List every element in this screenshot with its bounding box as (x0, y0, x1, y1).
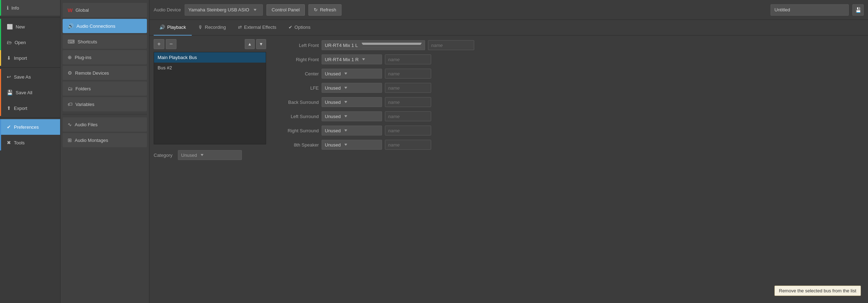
sidebar-item-label: Preferences (14, 124, 39, 130)
routing-dropdown-arrow-icon (344, 101, 347, 103)
refresh-icon: ↻ (314, 7, 318, 12)
routing-select-left-front[interactable]: UR-RT4 Mix 1 L (322, 40, 425, 50)
tab-external-effects[interactable]: ⇄ External Effects (232, 20, 282, 36)
routing-label-center: Center (276, 71, 319, 76)
bus-list-item[interactable]: Bus #2 (154, 63, 266, 73)
sidebar-item-preferences[interactable]: ✔ Preferences (0, 119, 60, 135)
panel-item-label: Plug-ins (75, 55, 91, 60)
routing-label-lfe: LFE (276, 85, 319, 91)
control-panel-label: Control Panel (272, 7, 300, 12)
routing-name-input-right-surround[interactable] (385, 126, 431, 135)
panel-item-global[interactable]: W Global (63, 3, 147, 17)
shortcuts-icon: ⌨ (68, 39, 75, 44)
panel-item-plugins[interactable]: ⊕ Plug-ins (63, 50, 147, 64)
routing-select-left-surround[interactable]: Unused (322, 111, 382, 121)
routing-dropdown-arrow-icon (344, 115, 347, 117)
panel-item-audio-connections[interactable]: 🔊 Audio Connections (63, 19, 147, 33)
routing-name-input-left-front[interactable] (428, 40, 474, 50)
tab-playback[interactable]: 🔊 Playback (154, 20, 192, 36)
routing-device-value: UR-RT4 Mix 1 R (325, 57, 359, 62)
bus-toolbar: + − ▲ ▼ (154, 39, 266, 49)
audio-device-value: Yamaha Steinberg USB ASIO (189, 7, 249, 12)
category-select[interactable]: Unused (178, 150, 242, 160)
sidebar-item-info[interactable]: ℹ Info (0, 0, 60, 16)
routing-row-8th-speaker: 8th Speaker Unused (276, 139, 862, 151)
panel-item-label: Folders (75, 86, 91, 91)
panel-item-remote-devices[interactable]: ⚙ Remote Devices (63, 66, 147, 80)
routing-dropdown-arrow-icon (344, 129, 347, 132)
tab-label: Recording (205, 25, 226, 30)
routing-device-value: Unused (325, 71, 341, 76)
sidebar-item-label: Tools (14, 140, 25, 145)
routing-select-back-surround[interactable]: Unused (322, 97, 382, 107)
tabs-bar: 🔊 Playback 🎙 Recording ⇄ External Effect… (149, 20, 868, 36)
routing-device-value: Unused (325, 128, 341, 133)
tab-label: Playback (167, 25, 186, 30)
refresh-button[interactable]: ↻ Refresh (308, 4, 342, 16)
move-down-button[interactable]: ▼ (256, 39, 266, 49)
routing-label-right-front: Right Front (276, 57, 319, 62)
routing-row-left-front: Left Front UR-RT4 Mix 1 L (276, 39, 862, 51)
sidebar-item-save-as[interactable]: ↩ Save As (0, 69, 60, 85)
category-dropdown-arrow-icon (201, 154, 203, 156)
sidebar-item-import[interactable]: ⬇ Import (0, 50, 60, 66)
options-tab-icon: ✔ (289, 25, 292, 30)
panel-item-audio-montages[interactable]: ⊞ Audio Montages (63, 133, 147, 147)
routing-device-value: Unused (325, 100, 341, 105)
routing-name-input-right-front[interactable] (385, 54, 431, 64)
info-icon: ℹ (7, 5, 9, 11)
panel-item-audio-files[interactable]: ∿ Audio Files (63, 117, 147, 132)
title-input[interactable] (771, 4, 849, 16)
routing-label-left-surround: Left Surround (276, 114, 319, 119)
sidebar-item-label: Import (14, 55, 27, 61)
variables-icon: 🏷 (68, 101, 73, 107)
remove-bus-button[interactable]: − (166, 39, 176, 49)
sidebar-item-label: Info (11, 5, 19, 11)
routing-name-input-8th-speaker[interactable] (385, 140, 431, 150)
playback-tab-icon: 🔊 (159, 25, 165, 30)
save-icon-button[interactable]: 💾 (852, 4, 864, 16)
routing-name-input-back-surround[interactable] (385, 97, 431, 107)
routing-select-8th-speaker[interactable]: Unused (322, 140, 382, 150)
routing-name-input-lfe[interactable] (385, 83, 431, 93)
routing-dropdown-arrow-icon (344, 144, 347, 146)
move-up-button[interactable]: ▲ (245, 39, 255, 49)
panel-item-variables[interactable]: 🏷 Variables (63, 97, 147, 111)
sidebar-item-label: Save All (16, 90, 32, 95)
sidebar-item-new[interactable]: ⬜ New (0, 19, 60, 34)
bus-list-item[interactable]: Main Playback Bus (154, 52, 266, 63)
routing-device-value: Unused (325, 85, 341, 91)
routing-select-lfe[interactable]: Unused (322, 83, 382, 93)
bus-list[interactable]: Main Playback Bus Bus #2 (154, 52, 266, 144)
routing-dropdown-arrow-icon (361, 43, 422, 48)
routing-dropdown-arrow-icon (344, 73, 347, 75)
dropdown-arrow-icon (254, 9, 256, 11)
sidebar-item-tools[interactable]: ✖ Tools (0, 135, 60, 150)
tab-options[interactable]: ✔ Options (283, 20, 316, 36)
panel-item-shortcuts[interactable]: ⌨ Shortcuts (63, 34, 147, 49)
routing-select-center[interactable]: Unused (322, 69, 382, 79)
sidebar-item-open[interactable]: 🗁 Open (0, 34, 60, 50)
routing-device-value: Unused (325, 142, 341, 148)
routing-name-input-center[interactable] (385, 69, 431, 79)
add-bus-button[interactable]: + (154, 39, 164, 49)
tooltip-bar: Remove the selected bus from the list (774, 286, 861, 296)
add-icon: + (157, 41, 160, 47)
sidebar-item-save-all[interactable]: 💾 Save All (0, 85, 60, 100)
sidebar-item-label: Save As (14, 74, 31, 80)
tab-recording[interactable]: 🎙 Recording (192, 20, 232, 36)
routing-select-right-surround[interactable]: Unused (322, 126, 382, 135)
routing-row-right-front: Right Front UR-RT4 Mix 1 R (276, 53, 862, 65)
panel-item-folders[interactable]: 🗂 Folders (63, 81, 147, 96)
routing-select-right-front[interactable]: UR-RT4 Mix 1 R (322, 54, 382, 64)
audio-device-select[interactable]: Yamaha Steinberg USB ASIO (185, 4, 263, 16)
routing-row-right-surround: Right Surround Unused (276, 124, 862, 137)
routing-name-input-left-surround[interactable] (385, 111, 431, 121)
routing-label-left-front: Left Front (276, 43, 319, 48)
second-panel: W Global 🔊 Audio Connections ⌨ Shortcuts… (60, 0, 149, 303)
panel-item-label: Variables (75, 102, 94, 107)
sidebar-item-label: Export (14, 106, 27, 111)
sidebar-item-export[interactable]: ⬆ Export (0, 100, 60, 116)
save-to-file-icon: 💾 (855, 7, 861, 13)
control-panel-button[interactable]: Control Panel (266, 4, 305, 16)
